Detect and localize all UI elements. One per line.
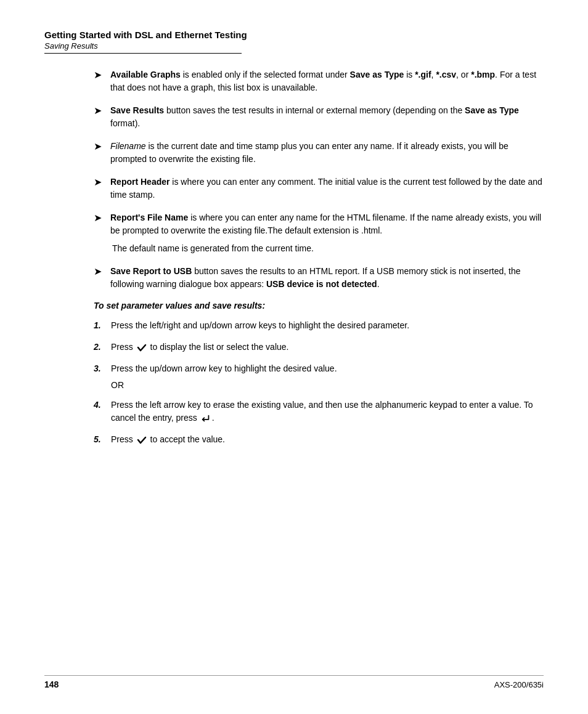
- step-1-label: 1.: [94, 319, 111, 332]
- step-2-text: Press to display the list or select the …: [111, 341, 544, 354]
- arrow-icon-6: ➤: [94, 266, 102, 277]
- arrow-icon: ➤: [94, 69, 102, 81]
- arrow-icon-5: ➤: [94, 212, 102, 224]
- or-text: OR: [111, 380, 544, 390]
- bullet-item-filename: ➤ Filename is the current date and time …: [94, 140, 544, 166]
- step-3-text: Press the up/down arrow key to highlight…: [111, 362, 544, 375]
- bold-usb-not-detected: USB device is not detected: [266, 279, 377, 289]
- bold-bmp: *.bmp: [471, 70, 495, 79]
- bullet-text-available-graphs: Available Graphs is enabled only if the …: [110, 68, 544, 94]
- enter-icon-step4: [201, 413, 211, 423]
- bullet-item-available-graphs: ➤ Available Graphs is enabled only if th…: [94, 68, 544, 94]
- step-4-label: 4.: [94, 399, 111, 412]
- bold-gif: *.gif: [415, 70, 431, 79]
- step-2-label: 2.: [94, 341, 111, 354]
- italic-filename: Filename: [110, 141, 146, 151]
- bold-available-graphs: Available Graphs: [110, 70, 181, 79]
- checkmark-icon-step5: [137, 435, 147, 445]
- step-3: 3. Press the up/down arrow key to highli…: [94, 362, 544, 375]
- step-5-label: 5.: [94, 433, 111, 446]
- header-divider: [44, 53, 242, 54]
- header-title: Getting Started with DSL and Ethernet Te…: [44, 30, 544, 40]
- bold-save-as-type-2: Save as Type: [465, 105, 519, 115]
- content-area: ➤ Available Graphs is enabled only if th…: [44, 68, 544, 446]
- bullet-list: ➤ Available Graphs is enabled only if th…: [94, 68, 544, 237]
- procedure-heading: To set parameter values and save results…: [94, 301, 544, 310]
- footer-page-number: 148: [44, 680, 59, 689]
- bullet-text-filename: Filename is the current date and time st…: [110, 140, 544, 166]
- bullet-item-save-report-usb: ➤ Save Report to USB button saves the re…: [94, 265, 544, 291]
- bold-csv: *.csv: [436, 70, 456, 79]
- bold-save-results: Save Results: [110, 105, 164, 115]
- bold-save-as-type-1: Save as Type: [350, 70, 404, 79]
- arrow-icon-4: ➤: [94, 176, 102, 188]
- footer: 148 AXS-200/635i: [44, 675, 544, 689]
- indent-para-default-name: The default name is generated from the c…: [112, 242, 544, 255]
- header-section: Getting Started with DSL and Ethernet Te…: [44, 30, 544, 54]
- footer-model: AXS-200/635i: [494, 680, 544, 689]
- numbered-list: 1. Press the left/right and up/down arro…: [94, 319, 544, 375]
- arrow-icon-3: ➤: [94, 140, 102, 152]
- bold-report-header: Report Header: [110, 177, 169, 187]
- bullet-text-reports-file-name: Report's File Name is where you can ente…: [110, 211, 544, 237]
- page: Getting Started with DSL and Ethernet Te…: [0, 0, 588, 714]
- step-1: 1. Press the left/right and up/down arro…: [94, 319, 544, 332]
- header-subtitle: Saving Results: [44, 41, 544, 51]
- bullet-list-2: ➤ Save Report to USB button saves the re…: [94, 265, 544, 291]
- checkmark-icon-step2: [137, 343, 147, 352]
- step-4-text: Press the left arrow key to erase the ex…: [111, 399, 544, 424]
- step-4: 4. Press the left arrow key to erase the…: [94, 399, 544, 424]
- bold-reports-file-name: Report's File Name: [110, 213, 188, 222]
- bullet-text-save-report-usb: Save Report to USB button saves the resu…: [110, 265, 544, 291]
- bullet-text-save-results: Save Results button saves the test resul…: [110, 104, 544, 130]
- bold-save-report-usb: Save Report to USB: [110, 266, 192, 276]
- step-1-text: Press the left/right and up/down arrow k…: [111, 319, 544, 332]
- step-5-text: Press to accept the value.: [111, 433, 544, 446]
- step-2: 2. Press to display the list or select t…: [94, 341, 544, 354]
- step-3-label: 3.: [94, 362, 111, 375]
- bullet-item-report-header: ➤ Report Header is where you can enter a…: [94, 176, 544, 201]
- step-5: 5. Press to accept the value.: [94, 433, 544, 446]
- bullet-text-report-header: Report Header is where you can enter any…: [110, 176, 544, 201]
- bullet-item-reports-file-name: ➤ Report's File Name is where you can en…: [94, 211, 544, 237]
- bullet-item-save-results: ➤ Save Results button saves the test res…: [94, 104, 544, 130]
- arrow-icon-2: ➤: [94, 105, 102, 116]
- numbered-list-2: 4. Press the left arrow key to erase the…: [94, 399, 544, 446]
